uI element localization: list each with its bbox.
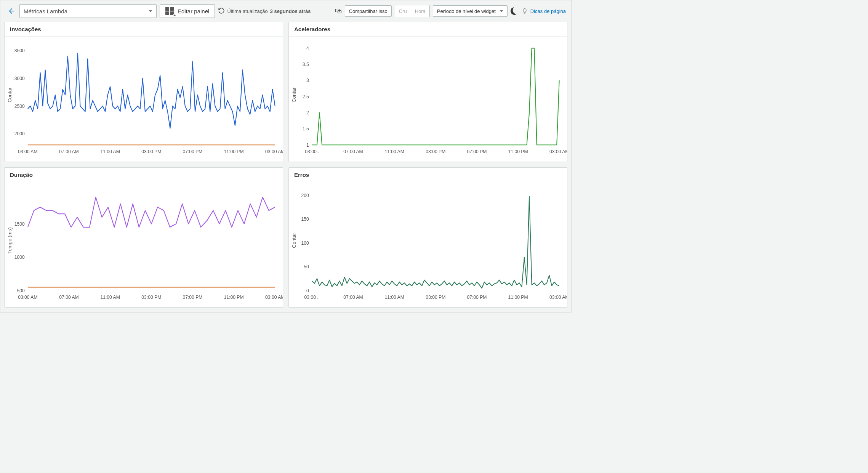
svg-text:3500: 3500 [14,48,25,53]
svg-text:4: 4 [306,45,309,51]
panel-title: Invocações [5,22,283,37]
panel-errors: Erros 050100150200Contar03:00 ..07:00 AM… [288,167,567,308]
refresh-prefix: Última atualização [227,8,267,14]
panel-duration: Duração 50010001500Tempo (ms)03:00 AM07:… [4,167,283,308]
svg-text:07:00 PM: 07:00 PM [467,295,487,300]
svg-text:2.5: 2.5 [303,94,309,99]
svg-text:07:00 PM: 07:00 PM [467,149,487,155]
panel-title: Aceleradores [289,22,567,37]
svg-text:03:00 PM: 03:00 PM [141,295,161,300]
svg-text:3.5: 3.5 [303,62,309,67]
refresh-status: Última atualização 3 segundos atrás [218,7,311,15]
panel-title: Erros [289,168,567,182]
svg-text:50: 50 [304,264,309,270]
panel-invocations: Invocações 2000250030003500Contar03:00 A… [4,22,283,162]
svg-text:07:00 AM: 07:00 AM [59,149,78,155]
svg-text:1000: 1000 [14,255,25,260]
dashboard-name: Métricas Lambda [24,8,67,14]
svg-text:2500: 2500 [14,103,25,109]
chart-throttles[interactable]: 11.522.533.54Contar03:00..07:00 AM11:00 … [289,37,567,162]
svg-text:Contar: Contar [292,87,297,102]
edit-label: Editar painel [178,8,209,14]
svg-text:03:00 AM: 03:00 AM [18,295,37,300]
arrow-left-icon [7,7,15,15]
svg-text:3: 3 [306,78,309,83]
svg-text:11:00 AM: 11:00 AM [384,295,404,300]
svg-text:3000: 3000 [14,75,25,81]
dashboard-select[interactable]: Métricas Lambda [19,4,157,18]
share-button[interactable]: Compartilhar isso [345,5,392,17]
period-select[interactable]: Período de nível de widget [433,5,508,17]
bulb-icon [521,8,528,14]
edit-dashboard-button[interactable]: Editar painel [160,4,215,18]
grid-plus-icon [165,7,174,15]
svg-text:150: 150 [301,216,309,222]
svg-text:07:00 AM: 07:00 AM [343,295,363,300]
svg-text:03:00 AM: 03:00 AM [549,295,567,300]
toolbar: Métricas Lambda Editar painel Última atu… [0,0,571,22]
svg-text:Tempo (ms): Tempo (ms) [8,227,13,253]
monitor-icon[interactable] [335,8,342,14]
dark-mode-toggle[interactable] [509,6,519,16]
svg-text:11:00 PM: 11:00 PM [508,149,528,155]
svg-text:11:00 AM: 11:00 AM [100,149,120,155]
svg-text:03:00 AM: 03:00 AM [549,149,567,155]
back-button[interactable] [6,7,16,15]
svg-text:03:00 PM: 03:00 PM [426,149,445,155]
svg-text:200: 200 [301,192,309,198]
svg-text:03:00 PM: 03:00 PM [426,295,445,300]
svg-text:07:00 PM: 07:00 PM [183,149,202,155]
svg-text:2000: 2000 [14,131,25,137]
raw-toggle[interactable]: Cru [395,5,411,17]
tips-label: Dicas de página [530,8,566,14]
page-tips-link[interactable]: Dicas de página [521,8,566,14]
svg-text:03:00 AM: 03:00 AM [265,295,283,300]
share-label: Compartilhar isso [349,8,388,14]
svg-text:07:00 AM: 07:00 AM [59,295,78,300]
svg-text:1: 1 [306,142,309,148]
panel-title: Duração [5,168,283,182]
svg-text:11:00 AM: 11:00 AM [100,295,120,300]
svg-text:0: 0 [306,288,309,293]
svg-text:1.5: 1.5 [303,126,309,132]
chart-errors[interactable]: 050100150200Contar03:00 ..07:00 AM11:00 … [289,182,567,307]
svg-text:Contar: Contar [292,233,297,248]
svg-text:100: 100 [301,240,309,246]
svg-text:03:00 ..: 03:00 .. [304,295,320,300]
svg-text:500: 500 [17,288,24,293]
svg-text:2: 2 [306,110,309,116]
svg-text:11:00 PM: 11:00 PM [508,295,528,300]
chart-invocations[interactable]: 2000250030003500Contar03:00 AM07:00 AM11… [5,37,283,162]
chart-duration[interactable]: 50010001500Tempo (ms)03:00 AM07:00 AM11:… [5,182,283,307]
svg-text:11:00 PM: 11:00 PM [224,149,244,155]
svg-text:1500: 1500 [14,221,25,227]
panel-throttles: Aceleradores 11.522.533.54Contar03:00..0… [288,22,567,162]
svg-text:03:00..: 03:00.. [305,149,319,155]
caret-down-icon [149,10,152,12]
svg-text:03:00 PM: 03:00 PM [141,149,161,155]
svg-text:07:00 PM: 07:00 PM [183,295,202,300]
svg-text:Contar: Contar [8,87,13,102]
svg-text:03:00 AM: 03:00 AM [18,149,37,155]
hour-toggle[interactable]: Hora [411,5,429,17]
period-label: Período de nível de widget [437,8,496,14]
svg-text:11:00 AM: 11:00 AM [384,149,404,155]
svg-text:07:00 AM: 07:00 AM [343,149,363,155]
refresh-time: 3 segundos atrás [270,8,311,14]
caret-down-icon [500,10,503,12]
raw-hour-toggle: Cru Hora [395,5,430,17]
svg-text:03:00 AM: 03:00 AM [265,149,283,155]
refresh-icon[interactable] [218,7,225,15]
svg-text:11:00 PM: 11:00 PM [224,295,244,300]
